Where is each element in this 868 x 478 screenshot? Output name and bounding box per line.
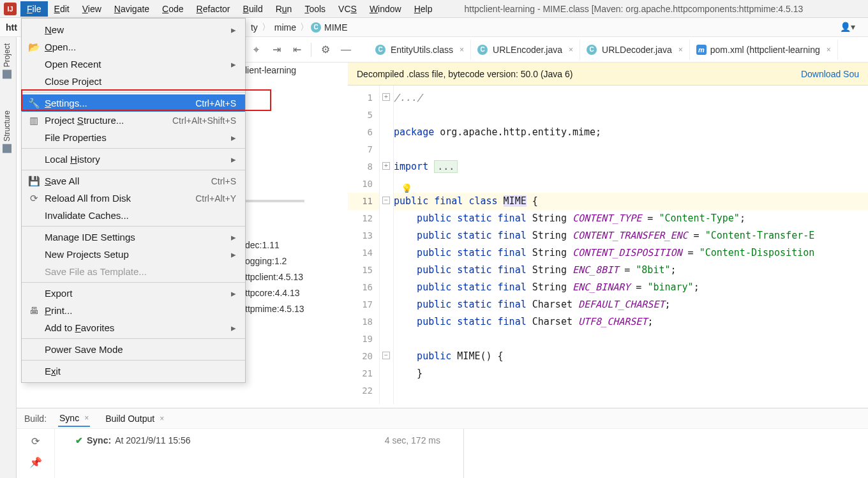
tree-row[interactable]: ogging:1.2 — [245, 253, 304, 269]
class-icon: C — [587, 45, 597, 55]
menu-run[interactable]: Run — [269, 1, 299, 17]
menu-item-project-structure[interactable]: ▥Project Structure...Ctrl+Alt+Shift+S — [22, 112, 245, 129]
gutter-line[interactable]: 22 — [348, 382, 379, 400]
minimize-icon[interactable]: — — [337, 41, 355, 59]
menu-item-local-history[interactable]: Local History▸ — [22, 151, 245, 168]
menu-separator — [22, 92, 245, 93]
save-icon: 💾 — [28, 176, 40, 187]
menu-item-open[interactable]: 📂Open... — [22, 38, 245, 56]
tree-row[interactable]: dec:1.11 — [245, 237, 304, 253]
gutter-line[interactable]: 10 — [348, 176, 379, 193]
gutter-line[interactable]: 13 — [348, 227, 379, 244]
gutter-line[interactable]: 14 — [348, 244, 379, 262]
gutter-line[interactable]: 20 — [348, 348, 379, 365]
menu-navigate[interactable]: Navigate — [108, 1, 156, 17]
editor-gutter[interactable]: 1567810111213141516171819202122 — [348, 86, 380, 404]
gutter-line[interactable]: 16 — [348, 279, 379, 296]
editor-tab[interactable]: mpom.xml (httpclient-learning× — [690, 40, 838, 60]
editor-tab[interactable]: CURLEncoder.java× — [471, 40, 580, 60]
vertical-splitter[interactable] — [463, 429, 464, 478]
crumb-class[interactable]: MIME — [324, 22, 348, 33]
gutter-line[interactable]: 5 — [348, 107, 379, 124]
menu-item-new-projects-setup[interactable]: New Projects Setup▸ — [22, 246, 245, 263]
editor-tab[interactable]: CURLDecoder.java× — [580, 40, 690, 60]
chevron-right-icon: 〉 — [300, 22, 309, 33]
close-icon[interactable]: × — [460, 45, 464, 54]
build-tab-build-output[interactable]: Build Output× — [104, 410, 165, 427]
file-menu-dropdown: New▸📂Open...Open Recent▸Close Project🔧Se… — [21, 18, 246, 383]
menu-item-power-save-mode[interactable]: Power Save Mode — [22, 341, 245, 358]
submenu-arrow-icon: ▸ — [231, 249, 236, 260]
tree-row[interactable]: ttpcore:4.4.13 — [245, 285, 304, 301]
menu-window[interactable]: Window — [363, 1, 408, 17]
gear-icon[interactable]: ⚙ — [317, 41, 334, 59]
editor-code[interactable]: /.../ package org.apache.http.entity.mim… — [394, 86, 868, 404]
gutter-line[interactable]: 17 — [348, 296, 379, 313]
menu-tools[interactable]: Tools — [298, 1, 332, 17]
close-icon[interactable]: × — [678, 45, 683, 54]
fold-toggle-icon[interactable]: − — [382, 197, 390, 204]
menu-item-save-all[interactable]: 💾Save AllCtrl+S — [22, 172, 245, 190]
fold-toggle-icon[interactable]: + — [382, 93, 390, 101]
pin-icon[interactable]: 📌 — [29, 456, 42, 468]
menu-file[interactable]: File — [20, 1, 48, 17]
sync-status-line[interactable]: ✔ Sync: At 2021/9/11 15:56 — [75, 435, 190, 445]
close-icon[interactable]: × — [84, 414, 89, 422]
editor-toolbar-row: ⌖ ⇥ ⇤ ⚙ — CEntityUtils.class×CURLEncoder… — [246, 37, 868, 63]
menu-item-export[interactable]: Export▸ — [22, 285, 245, 302]
menu-item-invalidate-caches[interactable]: Invalidate Caches... — [22, 207, 245, 224]
gutter-line[interactable]: 6 — [348, 124, 379, 141]
gutter-line[interactable]: 21 — [348, 365, 379, 382]
fold-toggle-icon[interactable]: − — [382, 352, 390, 359]
download-sources-link[interactable]: Download Sou — [801, 69, 859, 79]
target-icon[interactable]: ⌖ — [247, 41, 265, 59]
menu-item-print[interactable]: 🖶Print... — [22, 302, 245, 319]
close-icon[interactable]: × — [160, 414, 164, 423]
menu-refactor[interactable]: Refactor — [190, 1, 237, 17]
tree-row[interactable]: lient-learning — [245, 63, 304, 78]
build-tab-sync[interactable]: Sync× — [58, 410, 90, 427]
menu-vcs[interactable]: VCS — [332, 1, 363, 17]
tree-row[interactable]: ttpclient:4.5.13 — [245, 269, 304, 285]
refresh-icon[interactable]: ⟳ — [31, 435, 40, 447]
menu-item-manage-ide-settings[interactable]: Manage IDE Settings▸ — [22, 228, 245, 246]
menu-separator — [22, 360, 245, 361]
menu-item-settings[interactable]: 🔧Settings...Ctrl+Alt+S — [22, 94, 245, 112]
submenu-arrow-icon: ▸ — [231, 322, 236, 334]
tool-window-structure[interactable]: Structure — [0, 104, 14, 160]
close-icon[interactable]: × — [569, 45, 573, 54]
menu-item-open-recent[interactable]: Open Recent▸ — [22, 56, 245, 73]
menu-edit[interactable]: Edit — [48, 1, 76, 17]
menu-item-new[interactable]: New▸ — [22, 21, 245, 38]
menu-item-exit[interactable]: Exit — [22, 362, 245, 380]
menu-item-file-properties[interactable]: File Properties▸ — [22, 129, 245, 146]
gutter-line[interactable]: 19 — [348, 331, 379, 348]
gutter-line[interactable]: 1 — [348, 89, 379, 107]
editor-tab[interactable]: CEntityUtils.class× — [369, 40, 471, 60]
menu-build[interactable]: Build — [237, 1, 269, 17]
gutter-line[interactable]: 11 — [348, 193, 379, 210]
tool-window-project[interactable]: Project — [0, 37, 14, 85]
gutter-line[interactable]: 15 — [348, 262, 379, 279]
crumb-part[interactable]: ty — [251, 22, 258, 33]
gutter-line[interactable]: 7 — [348, 141, 379, 158]
fold-toggle-icon[interactable]: + — [382, 162, 390, 170]
tree-row[interactable]: ttpmime:4.5.13 — [245, 301, 304, 317]
menu-item-close-project[interactable]: Close Project — [22, 73, 245, 90]
user-icon[interactable]: 👤▾ — [840, 22, 855, 32]
menu-item-reload-all-from-disk[interactable]: ⟳Reload All from DiskCtrl+Alt+Y — [22, 190, 245, 207]
crumb-root[interactable]: htt — [6, 22, 17, 33]
collapse-icon[interactable]: ⇤ — [288, 41, 306, 59]
menu-item-add-to-favorites[interactable]: Add to Favorites▸ — [22, 319, 245, 336]
submenu-arrow-icon: ▸ — [231, 232, 236, 243]
close-icon[interactable]: × — [827, 45, 831, 54]
crumb-folder[interactable]: mime — [274, 22, 296, 33]
gutter-line[interactable]: 18 — [348, 313, 379, 331]
build-side-toolbar: ⟳ 📌 — [17, 429, 55, 478]
expand-icon[interactable]: ⇥ — [267, 41, 285, 59]
menu-code[interactable]: Code — [156, 1, 190, 17]
menu-help[interactable]: Help — [408, 1, 439, 17]
gutter-line[interactable]: 12 — [348, 210, 379, 227]
gutter-line[interactable]: 8 — [348, 158, 379, 176]
menu-view[interactable]: View — [76, 1, 108, 17]
